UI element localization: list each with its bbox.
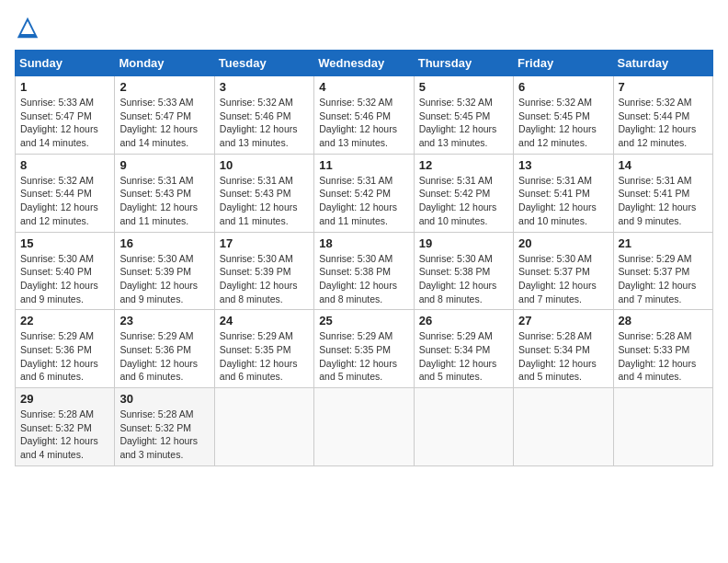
- day-info: Sunrise: 5:32 AMSunset: 5:46 PMDaylight:…: [319, 96, 408, 150]
- calendar-week-4: 22Sunrise: 5:29 AMSunset: 5:36 PMDayligh…: [16, 310, 713, 388]
- day-info: Sunrise: 5:30 AMSunset: 5:38 PMDaylight:…: [319, 252, 408, 306]
- calendar-cell: 16Sunrise: 5:30 AMSunset: 5:39 PMDayligh…: [115, 232, 214, 310]
- day-info: Sunrise: 5:29 AMSunset: 5:37 PMDaylight:…: [619, 252, 708, 306]
- calendar-cell: 4Sunrise: 5:32 AMSunset: 5:46 PMDaylight…: [314, 76, 414, 155]
- day-info: Sunrise: 5:31 AMSunset: 5:43 PMDaylight:…: [119, 174, 209, 228]
- day-info: Sunrise: 5:32 AMSunset: 5:46 PMDaylight:…: [220, 96, 309, 150]
- day-number: 26: [419, 314, 508, 327]
- calendar-cell: 29Sunrise: 5:28 AMSunset: 5:32 PMDayligh…: [16, 388, 115, 466]
- day-number: 9: [119, 158, 209, 172]
- weekday-header-friday: Friday: [514, 51, 613, 76]
- day-number: 15: [20, 236, 109, 250]
- calendar-cell: 11Sunrise: 5:31 AMSunset: 5:42 PMDayligh…: [314, 154, 414, 232]
- day-number: 25: [319, 314, 408, 327]
- page-header: [15, 15, 713, 40]
- calendar-cell: 9Sunrise: 5:31 AMSunset: 5:43 PMDaylight…: [115, 154, 214, 232]
- day-info: Sunrise: 5:33 AMSunset: 5:47 PMDaylight:…: [20, 96, 109, 150]
- day-info: Sunrise: 5:29 AMSunset: 5:34 PMDaylight:…: [419, 329, 508, 384]
- day-info: Sunrise: 5:29 AMSunset: 5:35 PMDaylight:…: [220, 329, 309, 384]
- day-info: Sunrise: 5:30 AMSunset: 5:37 PMDaylight:…: [518, 252, 608, 306]
- calendar-cell: 17Sunrise: 5:30 AMSunset: 5:39 PMDayligh…: [214, 232, 313, 310]
- calendar-week-1: 1Sunrise: 5:33 AMSunset: 5:47 PMDaylight…: [16, 76, 713, 155]
- calendar-cell: [314, 388, 414, 466]
- calendar-cell: 23Sunrise: 5:29 AMSunset: 5:36 PMDayligh…: [115, 310, 214, 388]
- calendar-cell: [214, 388, 313, 466]
- day-number: 4: [319, 80, 408, 94]
- logo: [15, 15, 44, 40]
- day-number: 30: [119, 392, 209, 406]
- day-number: 23: [119, 314, 209, 327]
- day-info: Sunrise: 5:28 AMSunset: 5:34 PMDaylight:…: [518, 329, 608, 384]
- day-info: Sunrise: 5:32 AMSunset: 5:44 PMDaylight:…: [20, 174, 109, 228]
- day-number: 28: [619, 314, 708, 327]
- day-info: Sunrise: 5:29 AMSunset: 5:36 PMDaylight:…: [119, 329, 209, 384]
- calendar-cell: 2Sunrise: 5:33 AMSunset: 5:47 PMDaylight…: [115, 76, 214, 155]
- day-number: 1: [20, 80, 109, 94]
- day-info: Sunrise: 5:31 AMSunset: 5:42 PMDaylight:…: [319, 174, 408, 228]
- calendar-body: 1Sunrise: 5:33 AMSunset: 5:47 PMDaylight…: [16, 76, 713, 466]
- day-number: 3: [220, 80, 309, 94]
- weekday-header-sunday: Sunday: [16, 51, 115, 76]
- calendar-cell: 7Sunrise: 5:32 AMSunset: 5:44 PMDaylight…: [613, 76, 712, 155]
- day-number: 10: [220, 158, 309, 172]
- day-info: Sunrise: 5:31 AMSunset: 5:42 PMDaylight:…: [419, 174, 508, 228]
- calendar-cell: 26Sunrise: 5:29 AMSunset: 5:34 PMDayligh…: [414, 310, 513, 388]
- day-info: Sunrise: 5:31 AMSunset: 5:43 PMDaylight:…: [220, 174, 309, 228]
- day-number: 6: [518, 80, 608, 94]
- day-number: 14: [619, 158, 708, 172]
- calendar-cell: 21Sunrise: 5:29 AMSunset: 5:37 PMDayligh…: [613, 232, 712, 310]
- day-info: Sunrise: 5:32 AMSunset: 5:44 PMDaylight:…: [619, 96, 708, 150]
- calendar-cell: [414, 388, 513, 466]
- day-number: 20: [518, 236, 608, 250]
- day-number: 22: [20, 314, 109, 327]
- day-number: 24: [220, 314, 309, 327]
- calendar-cell: 20Sunrise: 5:30 AMSunset: 5:37 PMDayligh…: [514, 232, 613, 310]
- day-info: Sunrise: 5:28 AMSunset: 5:32 PMDaylight:…: [20, 408, 109, 462]
- calendar-cell: 12Sunrise: 5:31 AMSunset: 5:42 PMDayligh…: [414, 154, 513, 232]
- calendar-cell: 19Sunrise: 5:30 AMSunset: 5:38 PMDayligh…: [414, 232, 513, 310]
- weekday-header-tuesday: Tuesday: [214, 51, 313, 76]
- logo-icon: [15, 15, 40, 40]
- day-info: Sunrise: 5:30 AMSunset: 5:39 PMDaylight:…: [119, 252, 209, 306]
- calendar-cell: 25Sunrise: 5:29 AMSunset: 5:35 PMDayligh…: [314, 310, 414, 388]
- calendar-cell: 24Sunrise: 5:29 AMSunset: 5:35 PMDayligh…: [214, 310, 313, 388]
- day-info: Sunrise: 5:30 AMSunset: 5:40 PMDaylight:…: [20, 252, 109, 306]
- day-number: 7: [619, 80, 708, 94]
- day-number: 2: [119, 80, 209, 94]
- calendar-cell: [613, 388, 712, 466]
- day-info: Sunrise: 5:31 AMSunset: 5:41 PMDaylight:…: [619, 174, 708, 228]
- calendar-cell: 22Sunrise: 5:29 AMSunset: 5:36 PMDayligh…: [16, 310, 115, 388]
- weekday-header-saturday: Saturday: [613, 51, 712, 76]
- calendar-table: SundayMondayTuesdayWednesdayThursdayFrid…: [15, 50, 713, 466]
- day-info: Sunrise: 5:29 AMSunset: 5:35 PMDaylight:…: [319, 329, 408, 384]
- day-number: 16: [119, 236, 209, 250]
- day-info: Sunrise: 5:29 AMSunset: 5:36 PMDaylight:…: [20, 329, 109, 384]
- calendar-week-5: 29Sunrise: 5:28 AMSunset: 5:32 PMDayligh…: [16, 388, 713, 466]
- day-number: 29: [20, 392, 109, 406]
- weekday-header-monday: Monday: [115, 51, 214, 76]
- day-info: Sunrise: 5:28 AMSunset: 5:33 PMDaylight:…: [619, 329, 708, 384]
- day-info: Sunrise: 5:32 AMSunset: 5:45 PMDaylight:…: [518, 96, 608, 150]
- weekday-header-wednesday: Wednesday: [314, 51, 414, 76]
- day-info: Sunrise: 5:30 AMSunset: 5:39 PMDaylight:…: [220, 252, 309, 306]
- day-info: Sunrise: 5:33 AMSunset: 5:47 PMDaylight:…: [119, 96, 209, 150]
- calendar-week-2: 8Sunrise: 5:32 AMSunset: 5:44 PMDaylight…: [16, 154, 713, 232]
- day-number: 18: [319, 236, 408, 250]
- day-number: 19: [419, 236, 508, 250]
- day-number: 27: [518, 314, 608, 327]
- calendar-cell: 30Sunrise: 5:28 AMSunset: 5:32 PMDayligh…: [115, 388, 214, 466]
- calendar-cell: 8Sunrise: 5:32 AMSunset: 5:44 PMDaylight…: [16, 154, 115, 232]
- calendar-cell: 18Sunrise: 5:30 AMSunset: 5:38 PMDayligh…: [314, 232, 414, 310]
- calendar-cell: 15Sunrise: 5:30 AMSunset: 5:40 PMDayligh…: [16, 232, 115, 310]
- weekday-header-thursday: Thursday: [414, 51, 513, 76]
- calendar-week-3: 15Sunrise: 5:30 AMSunset: 5:40 PMDayligh…: [16, 232, 713, 310]
- calendar-cell: 1Sunrise: 5:33 AMSunset: 5:47 PMDaylight…: [16, 76, 115, 155]
- day-number: 13: [518, 158, 608, 172]
- calendar-cell: [514, 388, 613, 466]
- day-info: Sunrise: 5:32 AMSunset: 5:45 PMDaylight:…: [419, 96, 508, 150]
- day-number: 12: [419, 158, 508, 172]
- calendar-cell: 14Sunrise: 5:31 AMSunset: 5:41 PMDayligh…: [613, 154, 712, 232]
- day-number: 11: [319, 158, 408, 172]
- calendar-cell: 13Sunrise: 5:31 AMSunset: 5:41 PMDayligh…: [514, 154, 613, 232]
- calendar-header-row: SundayMondayTuesdayWednesdayThursdayFrid…: [16, 51, 713, 76]
